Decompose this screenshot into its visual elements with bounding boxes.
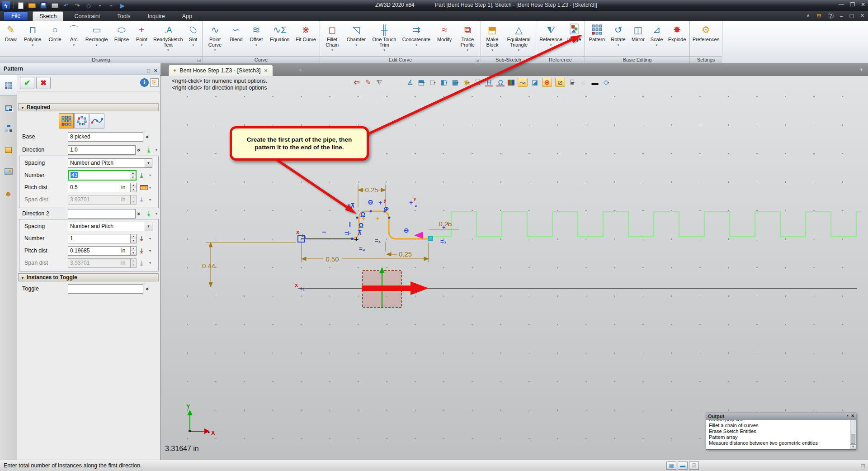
expand-chevron-icon[interactable]: » [144,287,151,290]
help-icon[interactable]: ? [828,13,834,19]
ribbon-button-image[interactable]: Image [565,21,584,56]
spinner[interactable]: ▲▼ [130,183,136,192]
spinner[interactable]: ▲▼ [130,234,136,243]
pattern-type-curve-button[interactable] [90,113,104,128]
sidebar-icon-user[interactable]: ☻ [0,187,17,201]
direction2-input[interactable] [68,209,136,219]
new-file-icon[interactable] [17,1,25,10]
dimension-lower[interactable] [386,242,397,256]
tab-app[interactable]: App [176,12,198,21]
document-tab[interactable]: + Bent Hose Step 1.Z3 - [Sketch3] ✕ [168,65,273,76]
dimension-height[interactable] [206,243,296,287]
dim-text-lower[interactable]: 0.25 [399,250,412,258]
dropdown-caret-icon[interactable]: ▾ [149,173,151,177]
toggle-input[interactable] [68,284,143,294]
tab-sketch[interactable]: Sketch [33,11,63,21]
ribbon-button-fillet-chain[interactable]: ◻Fillet Chain▾ [321,21,343,56]
scroll-down-icon[interactable]: ▼ [850,444,856,449]
measure-icon[interactable] [140,185,148,190]
ok-button[interactable]: ✔ [20,77,34,89]
expand-chevron-icon[interactable]: » [136,148,142,151]
expand-chevron-icon[interactable]: » [136,212,142,214]
ribbon-button-rotate[interactable]: ↺Rotate▾ [608,21,628,56]
combo-caret-icon[interactable]: ▼ [145,159,152,167]
pitch2-input[interactable]: 0.19685in▲▼ [68,246,137,256]
ribbon-button-fit-curve[interactable]: ⋇Fit Curve [293,21,319,56]
dropdown-caret-icon[interactable]: ▾ [467,48,469,52]
pitch1-input[interactable]: 0.5in▲▼ [68,183,137,192]
ribbon-button-slot[interactable]: ⬭Slot▾ [185,21,201,56]
undo-icon[interactable]: ↶ [62,1,70,10]
sidebar-icon-solid[interactable] [0,143,17,157]
dropdown-caret-icon[interactable]: ▾ [167,48,169,52]
tab-list-caret-icon[interactable]: ▼ [859,67,863,72]
tab-inquire[interactable]: Inquire [142,12,171,21]
sidebar-tab-pattern[interactable] [0,75,17,96]
ribbon-button-equilateral-triangle[interactable]: △Equilateral Triangle▾ [503,21,535,56]
dropdown-caret-icon[interactable]: ▾ [331,48,333,52]
dropdown-caret-icon[interactable]: ▾ [550,43,552,47]
ribbon-button-polyline[interactable]: ⊓Polyline▾ [21,21,45,56]
pattern-type-circular-button[interactable] [74,113,89,128]
ribbon-button-concatenate[interactable]: ⇉Concatenate▾ [400,21,434,56]
ribbon-button-trace-profile[interactable]: ⧉Trace Profile▾ [456,21,480,56]
dim-text-height[interactable]: 0.44 [202,262,215,270]
ribbon-button-explode[interactable]: ✸Explode [665,21,689,56]
print-icon[interactable] [51,1,59,10]
tab-close-icon[interactable]: ✕ [264,68,268,74]
play-icon[interactable]: ▶ [118,1,127,10]
dropdown-caret-icon[interactable]: ▾ [415,43,417,47]
status-table-icon[interactable]: ▦ [666,461,676,470]
pick-number-icon[interactable]: ⤓ [140,171,143,179]
dropdown-caret-icon[interactable]: ▾ [618,43,619,47]
dropdown-caret-icon[interactable]: ▾ [518,48,520,52]
tab-constraint[interactable]: Constraint [68,12,106,21]
dropdown-caret-icon[interactable]: ▾ [214,48,216,52]
view-rotate-icon[interactable]: ◇ [85,1,93,10]
new-tab-icon[interactable]: + [298,67,302,73]
ribbon-button-readysketch-text[interactable]: .AReadySketch Text▾ [151,21,185,56]
ribbon-button-ellipse[interactable]: ⬭Ellipse [111,21,132,56]
ribbon-button-reference[interactable]: ⧨Reference▾ [537,21,565,56]
dialog-launcher-icon[interactable]: ◲ [475,57,479,64]
direction-input[interactable]: 1,0 [68,145,136,155]
dropdown-caret-icon[interactable]: ▾ [156,148,157,152]
dropdown-caret-icon[interactable]: ▾ [156,212,157,216]
spinner[interactable]: ▲▼ [130,247,136,255]
ribbon-button-one-touch-trim[interactable]: ╫One Touch Trim▾ [369,21,399,56]
dropdown-caret-icon[interactable]: ▾ [656,43,658,47]
tab-tools[interactable]: Tools [111,12,137,21]
dropdown-caret-icon[interactable]: ▾ [192,43,194,47]
section-required[interactable]: ▼Required [18,103,159,111]
ribbon-button-offset[interactable]: ≋Offset▾ [246,21,266,56]
dim-text-width[interactable]: 0.50 [326,255,339,263]
ribbon-button-circle[interactable]: ○Circle [45,21,65,56]
customize-icon[interactable]: ≖ [107,1,115,10]
ribbon-button-point-curve[interactable]: ∿Point Curve▾ [203,21,226,56]
dropdown-caret-icon[interactable]: ▾ [149,186,151,190]
ribbon-button-scale[interactable]: ⊿Scale▾ [648,21,665,56]
expand-chevron-icon[interactable]: » [144,135,151,138]
collapse-ribbon-icon[interactable]: ∧ [807,13,810,19]
sidebar-icon-hierarchy[interactable] [0,121,17,135]
close-icon[interactable]: ✕ [860,13,864,19]
pick-direction-icon[interactable]: ⤓ [147,146,150,154]
combo-caret-icon[interactable]: ▼ [145,222,152,231]
number1-input[interactable]: 43▲▼ [68,170,137,181]
ribbon-button-pattern[interactable]: Pattern [586,21,608,56]
dropdown-caret-icon[interactable]: ▾ [355,43,357,47]
spacing2-combobox[interactable]: Number and Pitch▼ [68,222,152,231]
status-monitor-icon[interactable]: ⌸ [689,461,699,470]
dropdown-caret-icon[interactable]: ▾ [491,48,493,52]
pick-pitch-icon[interactable]: ⤓ [140,247,143,255]
restore-icon[interactable]: ▢ [849,13,854,19]
ribbon-button-rectangle[interactable]: ▭Rectangle▾ [82,21,111,56]
pattern-type-linear-button[interactable] [59,113,74,128]
ribbon-button-preferences[interactable]: ⚙Preferences [691,21,721,56]
cancel-button[interactable]: ✖ [36,77,51,89]
dropdown-caret-icon[interactable]: ▾ [383,48,385,52]
dropdown-caret-icon[interactable]: ▾ [149,249,151,253]
ribbon-button-equation[interactable]: ∿ΣEquation [266,21,293,56]
dropdown-caret-icon[interactable]: ▾ [96,43,98,47]
restore-icon[interactable]: ❐ [850,1,855,8]
